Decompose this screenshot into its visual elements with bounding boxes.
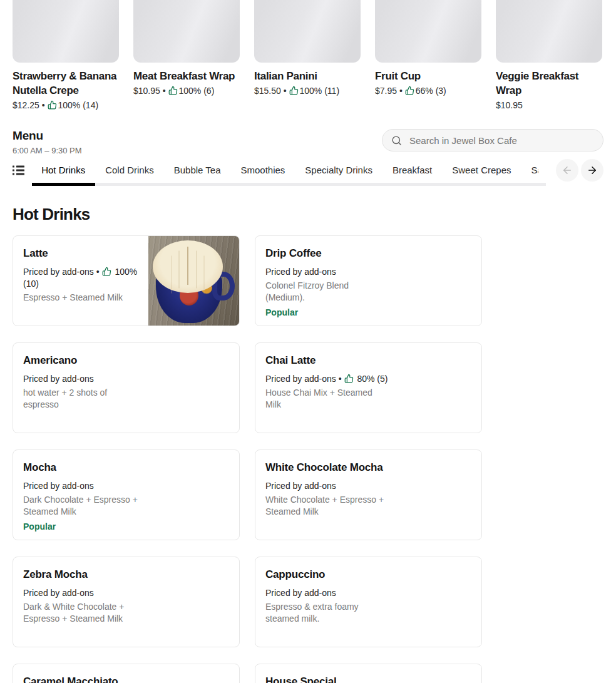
- tab-sweet-crepes[interactable]: Sweet Crepes: [442, 160, 521, 180]
- featured-item-meta: $15.50 • 100% (11): [254, 85, 361, 97]
- search-input[interactable]: [408, 135, 594, 146]
- menu-hours: 6:00 AM – 9:30 PM: [13, 146, 82, 155]
- featured-item-meta: $10.95 • 100% (6): [133, 85, 240, 97]
- thumbs-up-icon: [405, 86, 414, 95]
- menu-item-price-label: Priced by add-ons: [23, 374, 94, 384]
- menu-item-price-label: Priced by add-ons: [265, 481, 336, 491]
- rating-value: 66% (3): [416, 86, 446, 96]
- menu-items-grid: Latte Priced by add-ons • 100% (10) Espr…: [0, 235, 616, 683]
- menu-item-card[interactable]: Americano Priced by add-ons hot water + …: [13, 342, 240, 433]
- thumbs-up-icon: [168, 86, 178, 95]
- rating-value: 100% (6): [179, 86, 215, 96]
- featured-item-name: Strawberry & Banana Nutella Crepe: [13, 69, 119, 98]
- menu-item-name: White Chocolate Mocha: [265, 461, 471, 475]
- tab-cold-drinks[interactable]: Cold Drinks: [95, 160, 164, 180]
- tab-bubble-tea[interactable]: Bubble Tea: [164, 160, 231, 180]
- featured-item-price: $12.25: [13, 100, 39, 110]
- thumbs-up-icon: [102, 267, 111, 276]
- arrow-right-icon: [587, 165, 598, 176]
- featured-item-price: $7.95: [375, 86, 397, 96]
- menu-item-description: Dark Chocolate + Espresso + Steamed Milk: [23, 494, 142, 518]
- menu-item-card[interactable]: White Chocolate Mocha Priced by add-ons …: [255, 449, 482, 540]
- menu-item-price-label: Priced by add-ons: [265, 374, 336, 384]
- latte-photo: [148, 235, 240, 326]
- menu-item-card[interactable]: Zebra Mocha Priced by add-ons Dark & Whi…: [13, 557, 240, 647]
- menu-header-bar: Menu 6:00 AM – 9:30 PM: [0, 129, 616, 155]
- rating-value: 100% (11): [300, 86, 340, 96]
- menu-item-name: Caramel Macchiato: [23, 675, 229, 683]
- thumbs-up-icon: [48, 100, 57, 110]
- menu-item-price-label: Priced by add-ons: [265, 588, 336, 598]
- menu-item-description: Espresso + Steamed Milk: [23, 292, 142, 304]
- menu-item-name: Zebra Mocha: [23, 568, 229, 582]
- category-tabs: Hot DrinksCold DrinksBubble TeaSmoothies…: [31, 160, 538, 180]
- tab-hot-drinks[interactable]: Hot Drinks: [31, 160, 95, 180]
- arrow-left-icon: [562, 165, 573, 176]
- tabs-scroll-track[interactable]: [32, 183, 546, 186]
- separator-dot: •: [281, 86, 289, 96]
- tabs-pager: [550, 159, 603, 182]
- menu-item-price-line: Priced by add-ons: [23, 480, 146, 492]
- tab-smoothies[interactable]: Smoothies: [230, 160, 295, 180]
- latte-foam: [153, 240, 223, 293]
- menu-item-card[interactable]: Latte Priced by add-ons • 100% (10) Espr…: [13, 235, 240, 326]
- featured-item-rating: • 100% (11): [281, 86, 339, 96]
- menu-item-card[interactable]: Cappuccino Priced by add-ons Espresso & …: [255, 557, 482, 647]
- menu-item-card[interactable]: Drip Coffee Priced by add-ons Colonel Fi…: [255, 235, 482, 326]
- featured-item-card[interactable]: Strawberry & Banana Nutella Crepe $12.25…: [13, 0, 119, 111]
- featured-item-card[interactable]: Italian Panini $15.50 • 100% (11): [254, 0, 361, 111]
- search-icon: [391, 135, 402, 146]
- category-tabs-row: Hot DrinksCold DrinksBubble TeaSmoothies…: [0, 160, 616, 180]
- menu-header-text: Menu 6:00 AM – 9:30 PM: [13, 129, 82, 155]
- featured-item-name: Italian Panini: [254, 69, 361, 83]
- tab-specialty-drinks[interactable]: Specialty Drinks: [295, 160, 382, 180]
- menu-item-name: Americano: [23, 354, 229, 367]
- menu-item-price-label: Priced by add-ons: [23, 267, 94, 277]
- menu-item-card[interactable]: Chai Latte Priced by add-ons • 80% (5) H…: [255, 342, 482, 433]
- list-bullets-icon: [13, 165, 25, 175]
- menu-item-card[interactable]: House Special: [255, 664, 482, 683]
- separator-dot: •: [397, 86, 405, 96]
- separator-dot: •: [39, 100, 48, 110]
- featured-item-card[interactable]: Fruit Cup $7.95 • 66% (3): [375, 0, 481, 111]
- tab-sav[interactable]: Sav: [521, 160, 539, 180]
- menu-item-price-line: Priced by add-ons • 100% (10): [23, 266, 146, 290]
- featured-items-row: Strawberry & Banana Nutella Crepe $12.25…: [0, 0, 616, 111]
- menu-item-price-line: Priced by add-ons: [23, 373, 146, 385]
- menu-title: Menu: [13, 129, 82, 143]
- popular-badge: Popular: [265, 308, 471, 317]
- category-list-button[interactable]: [13, 163, 27, 178]
- menu-item-description: Colonel Fitzroy Blend (Medium).: [265, 280, 384, 304]
- menu-item-card[interactable]: Caramel Macchiato: [13, 664, 240, 683]
- menu-item-description: Espresso & extra foamy steamed milk.: [265, 601, 384, 625]
- tab-breakfast[interactable]: Breakfast: [382, 160, 442, 180]
- featured-item-card[interactable]: Meat Breakfast Wrap $10.95 • 100% (6): [133, 0, 240, 111]
- featured-item-price: $15.50: [254, 86, 281, 96]
- menu-item-price-line: Priced by add-ons • 80% (5): [265, 373, 388, 385]
- menu-item-description: House Chai Mix + Steamed Milk: [265, 387, 384, 411]
- featured-item-rating: • 100% (14): [39, 100, 98, 110]
- menu-item-card[interactable]: Mocha Priced by add-ons Dark Chocolate +…: [13, 449, 240, 540]
- menu-item-name: Cappuccino: [265, 568, 471, 582]
- menu-item-name: House Special: [265, 675, 471, 683]
- menu-item-rating: • 80% (5): [336, 374, 388, 384]
- featured-item-name: Fruit Cup: [375, 69, 481, 83]
- menu-item-description: hot water + 2 shots of espresso: [23, 387, 142, 411]
- menu-item-name: Mocha: [23, 461, 229, 475]
- menu-item-name: Drip Coffee: [265, 247, 471, 260]
- featured-item-meta: $12.25 • 100% (14): [13, 100, 119, 111]
- separator-dot: •: [94, 267, 102, 277]
- menu-item-price-line: Priced by add-ons: [265, 587, 388, 599]
- search-bar[interactable]: [382, 129, 603, 151]
- menu-item-description: White Chocolate + Espresso + Steamed Mil…: [265, 494, 384, 518]
- prev-tabs-button[interactable]: [556, 159, 578, 182]
- featured-item-image-placeholder: [13, 0, 119, 63]
- menu-item-price-label: Priced by add-ons: [23, 588, 94, 598]
- next-tabs-button[interactable]: [581, 159, 603, 182]
- featured-item-card[interactable]: Veggie Breakfast Wrap $10.95: [496, 0, 602, 111]
- rating-value: 80% (5): [357, 374, 388, 384]
- menu-item-description: Dark & White Chocolate + Espresso + Stea…: [23, 601, 142, 625]
- menu-item-price-label: Priced by add-ons: [23, 481, 94, 491]
- featured-item-image-placeholder: [375, 0, 481, 63]
- separator-dot: •: [160, 86, 168, 96]
